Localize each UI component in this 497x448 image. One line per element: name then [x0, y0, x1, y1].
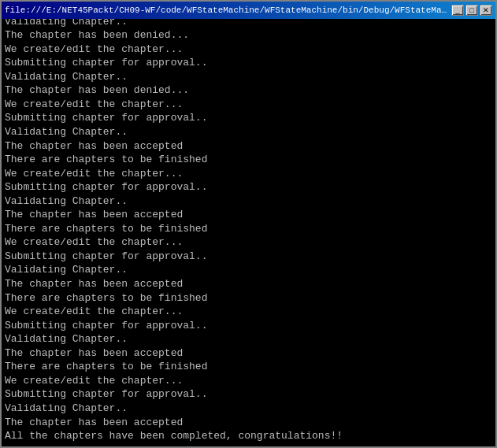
- console-line: There are chapters to be finished: [5, 291, 492, 305]
- console-line: We create/edit the chapter...: [5, 305, 492, 319]
- console-output: There are chapters to be finishedWe crea…: [2, 19, 495, 446]
- console-line: Validating Chapter..: [5, 263, 492, 277]
- console-line: Submitting chapter for approval..: [5, 319, 492, 333]
- console-line: Submitting chapter for approval..: [5, 387, 492, 402]
- window-title: file:///E:/NET45Packt/CH09-WF/code/WFSta…: [5, 6, 451, 15]
- console-line: Submitting chapter for approval..: [5, 250, 492, 264]
- console-line: Submitting chapter for approval..: [5, 111, 492, 125]
- console-line: Validating Chapter..: [5, 194, 492, 209]
- close-button[interactable]: ✕: [480, 5, 492, 16]
- title-bar: file:///E:/NET45Packt/CH09-WF/code/WFSta…: [2, 2, 495, 19]
- console-line: There are chapters to be finished: [5, 222, 492, 236]
- console-line: Submitting chapter for approval..: [5, 180, 492, 194]
- console-line: We create/edit the chapter...: [5, 167, 492, 181]
- console-line: Validating Chapter..: [5, 125, 492, 139]
- console-line: Validating Chapter..: [5, 402, 492, 416]
- console-line: We create/edit the chapter...: [5, 374, 492, 388]
- console-line: The chapter has been accepted: [5, 346, 492, 361]
- console-line: We create/edit the chapter...: [5, 43, 492, 57]
- console-line: The chapter has been accepted: [5, 139, 492, 154]
- console-line: The chapter has been denied...: [5, 28, 492, 43]
- console-line: We create/edit the chapter...: [5, 235, 492, 250]
- console-line: Validating Chapter..: [5, 70, 492, 84]
- console-line: The chapter has been accepted: [5, 208, 492, 222]
- application-window: file:///E:/NET45Packt/CH09-WF/code/WFSta…: [0, 0, 497, 448]
- console-line: We create/edit the chapter...: [5, 98, 492, 112]
- console-line: Validating Chapter..: [5, 332, 492, 346]
- minimize-button[interactable]: _: [451, 5, 464, 16]
- console-line: There are chapters to be finished: [5, 153, 492, 167]
- title-bar-buttons: _ □ ✕: [451, 5, 492, 16]
- console-line: Submitting chapter for approval..: [5, 56, 492, 70]
- maximize-button[interactable]: □: [465, 5, 478, 16]
- console-line: The chapter has been accepted: [5, 416, 492, 430]
- console-line: There are chapters to be finished: [5, 360, 492, 374]
- console-line: The chapter has been accepted: [5, 277, 492, 291]
- console-line: Validating Chapter..: [5, 19, 492, 28]
- console-line: The chapter has been denied...: [5, 83, 492, 98]
- console-line: All the chapters have been completed, co…: [5, 429, 492, 443]
